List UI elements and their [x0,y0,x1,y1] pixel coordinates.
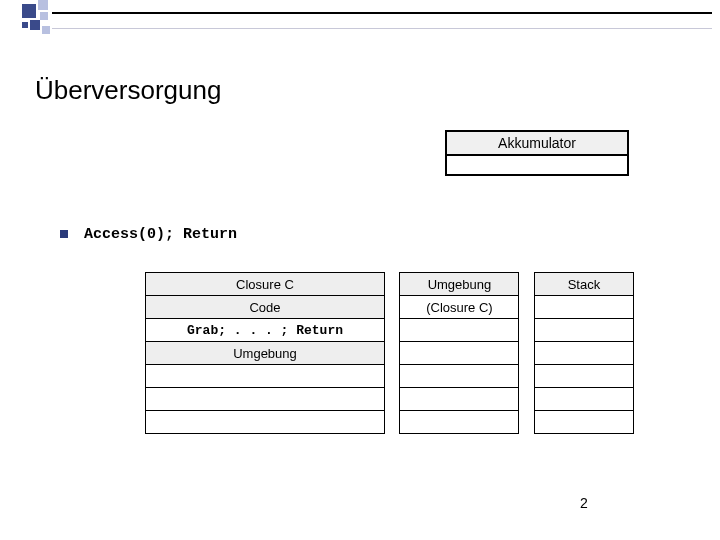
code-header: Code [146,296,385,319]
instruction-text: Access(0); Return [84,226,237,243]
stack-row-3 [534,342,633,365]
tables-area: Closure C Code Grab; . . . ; Return Umge… [145,272,634,434]
page-title: Überversorgung [35,75,221,106]
stack-row-1 [534,296,633,319]
stack-row-2 [534,319,633,342]
env-row-3 [146,411,385,434]
closure-header: Closure C [146,273,385,296]
env-row-2 [146,388,385,411]
stack-header: Stack [534,273,633,296]
umgebung-row-2 [400,319,519,342]
umgebung-row-1: (Closure C) [400,296,519,319]
env-header: Umgebung [146,342,385,365]
instruction-row: Access(0); Return [60,225,237,243]
accumulator-value [447,156,627,174]
stack-row-5 [534,388,633,411]
stack-table: Stack [534,272,634,434]
accumulator-box: Akkumulator [445,130,629,176]
umgebung-table: Umgebung (Closure C) [399,272,519,434]
bullet-icon [60,230,68,238]
stack-row-6 [534,411,633,434]
accumulator-label: Akkumulator [447,132,627,156]
umgebung-row-3 [400,342,519,365]
umgebung-row-6 [400,411,519,434]
umgebung-row-4 [400,365,519,388]
stack-row-4 [534,365,633,388]
code-row: Grab; . . . ; Return [146,319,385,342]
umgebung-row-5 [400,388,519,411]
umgebung-header: Umgebung [400,273,519,296]
closure-table: Closure C Code Grab; . . . ; Return Umge… [145,272,385,434]
slide-deco [0,0,720,40]
env-row-1 [146,365,385,388]
page-number: 2 [580,495,588,511]
